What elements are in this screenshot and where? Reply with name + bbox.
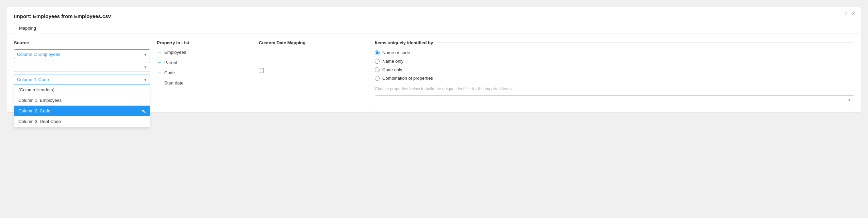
date-mapping-checkbox[interactable] bbox=[259, 68, 264, 73]
radio-item-combination[interactable]: Combination of properties bbox=[375, 76, 854, 81]
unique-identifier-column: Items uniquely identified by Name or cod… bbox=[368, 40, 854, 105]
property-label-code: Code bbox=[164, 70, 175, 75]
source-dropdown-3-value: Column 2: Code bbox=[17, 77, 49, 82]
unique-header: Items uniquely identified by bbox=[375, 40, 854, 45]
radio-combination[interactable] bbox=[375, 76, 380, 81]
radio-label-name-or-code: Name or code bbox=[382, 50, 410, 55]
dropdown-option-col1[interactable]: Column 1: Employees bbox=[14, 95, 150, 106]
source-dropdown-3-container: Column 2: Code ▼ (Column Headers) Column… bbox=[14, 75, 150, 84]
cursor-indicator: ↖ bbox=[142, 108, 146, 114]
import-dialog: ? ✕ Import: Employees from Employees.csv… bbox=[7, 7, 861, 112]
radio-item-code-only[interactable]: Code only bbox=[375, 67, 854, 72]
date-mapping-column: Custom Date Mapping bbox=[252, 40, 354, 105]
arrow-icon-parent: → bbox=[157, 60, 162, 65]
tab-mapping[interactable]: Mapping bbox=[14, 23, 41, 33]
arrow-icon-employees: → bbox=[157, 49, 162, 55]
radio-item-name-only[interactable]: Name only bbox=[375, 59, 854, 64]
radio-name-or-code[interactable] bbox=[375, 50, 380, 55]
radio-label-name-only: Name only bbox=[382, 59, 403, 64]
property-item-startdate: → Start date bbox=[157, 80, 252, 85]
dropdown-option-col2[interactable]: Column 2: Code ↖ ↖ bbox=[14, 106, 150, 116]
date-mapping-checkbox-row bbox=[259, 68, 354, 73]
section-divider bbox=[361, 40, 361, 105]
window-controls: ? ✕ bbox=[845, 11, 855, 17]
source-dropdown-3-trigger[interactable]: Column 2: Code bbox=[14, 75, 150, 84]
arrow-icon-startdate: → bbox=[157, 80, 162, 85]
tabs-bar: Mapping bbox=[7, 22, 861, 33]
radio-code-only[interactable] bbox=[375, 67, 380, 72]
source-column: Source Column 1: Employees Column 2: Cod… bbox=[14, 40, 150, 105]
radio-label-combination: Combination of properties bbox=[382, 76, 433, 81]
property-column: Property in List → Employees → Parent → … bbox=[150, 40, 252, 105]
source-dropdown-3-list: (Column Headers) Column 1: Employees Col… bbox=[14, 84, 150, 127]
radio-label-code-only: Code only bbox=[382, 67, 402, 72]
content-area: Source Column 1: Employees Column 2: Cod… bbox=[7, 33, 861, 112]
source-dropdown-1-select[interactable]: Column 1: Employees Column 2: Code Colum… bbox=[14, 49, 150, 59]
property-label-startdate: Start date bbox=[164, 80, 183, 85]
date-mapping-header: Custom Date Mapping bbox=[259, 40, 354, 45]
properties-dropdown[interactable] bbox=[375, 95, 854, 105]
radio-group: Name or code Name only Code only Combina… bbox=[375, 50, 854, 81]
property-item-parent: → Parent bbox=[157, 60, 252, 65]
unique-helper-text: Choose properties below to build the uni… bbox=[375, 86, 854, 92]
source-dropdown-2: ▼ bbox=[14, 62, 150, 72]
property-label-employees: Employees bbox=[164, 50, 186, 55]
radio-item-name-or-code[interactable]: Name or code bbox=[375, 50, 854, 55]
source-header: Source bbox=[14, 40, 150, 45]
source-dropdown-2-select[interactable] bbox=[14, 62, 150, 72]
arrow-icon-code: → bbox=[157, 70, 162, 75]
property-item-employees: → Employees bbox=[157, 49, 252, 55]
dropdown-option-col3[interactable]: Column 3: Dept Code bbox=[14, 116, 150, 127]
dialog-title: Import: Employees from Employees.csv bbox=[7, 7, 861, 22]
property-header: Property in List bbox=[157, 40, 252, 45]
property-label-parent: Parent bbox=[164, 60, 177, 65]
radio-name-only[interactable] bbox=[375, 59, 380, 64]
source-dropdown-1: Column 1: Employees Column 2: Code Colum… bbox=[14, 49, 150, 59]
dropdown-option-column-headers[interactable]: (Column Headers) bbox=[14, 84, 150, 95]
help-icon[interactable]: ? bbox=[845, 11, 848, 17]
close-icon[interactable]: ✕ bbox=[851, 11, 855, 17]
property-item-code: → Code bbox=[157, 70, 252, 75]
source-dropdown-3-wrapper: Column 2: Code ▼ bbox=[14, 75, 150, 84]
properties-dropdown-wrapper: ▼ bbox=[375, 95, 854, 105]
